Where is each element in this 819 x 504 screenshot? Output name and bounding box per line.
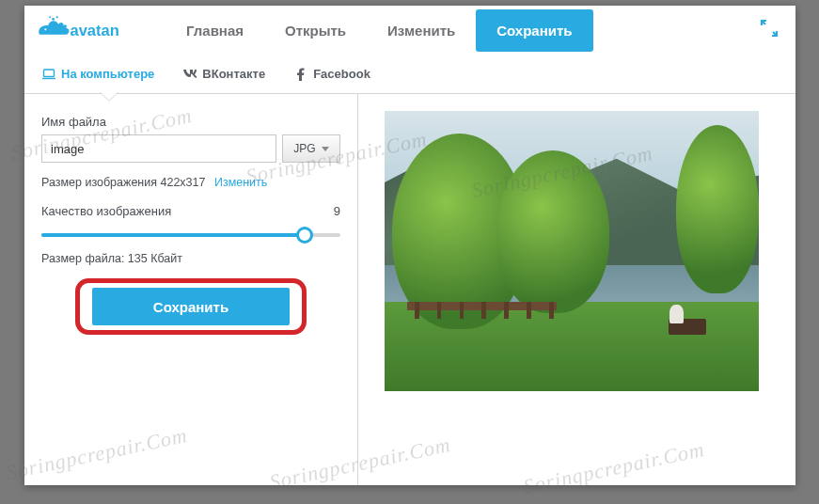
nav-save[interactable]: Сохранить (476, 9, 592, 52)
svg-point-0 (52, 18, 55, 21)
dimensions-value: 422x317 (160, 176, 205, 189)
filesize-row: Размер файла: 135 Кбайт (41, 252, 340, 265)
svg-point-1 (56, 16, 58, 18)
dimensions-row: Размер изображения 422x317 Изменить (41, 176, 340, 189)
tab-facebook[interactable]: Facebook (286, 61, 378, 87)
filename-row: JPG (41, 134, 340, 163)
quality-value: 9 (334, 204, 340, 218)
laptop-icon (41, 68, 56, 81)
filename-label: Имя файла (41, 115, 340, 129)
main-nav: Главная Открыть Изменить Сохранить (165, 9, 760, 52)
nav-home[interactable]: Главная (165, 9, 264, 52)
tab-vk[interactable]: ВКонтакте (175, 61, 273, 87)
fullscreen-icon[interactable] (760, 19, 779, 41)
quality-slider[interactable] (41, 226, 340, 244)
svg-point-3 (44, 28, 46, 30)
tab-vk-label: ВКонтакте (202, 67, 265, 81)
active-tab-pointer (100, 92, 118, 102)
svg-rect-5 (44, 70, 55, 77)
save-destination-tabs: На компьютере ВКонтакте Facebook (24, 55, 795, 94)
save-button[interactable]: Сохранить (92, 288, 290, 325)
format-select[interactable]: JPG (282, 134, 340, 163)
filesize-label: Размер файла: (41, 252, 124, 265)
app-frame: avatan Главная Открыть Изменить Сохранит… (24, 6, 795, 485)
content-area: Имя файла JPG Размер изображения 422x317… (24, 94, 795, 485)
preview-image (385, 111, 759, 391)
whale-logo-icon: avatan (34, 11, 137, 49)
svg-point-2 (49, 16, 51, 18)
nav-open[interactable]: Открыть (264, 9, 367, 52)
save-button-wrap: Сохранить (41, 288, 340, 325)
topbar: avatan Главная Открыть Изменить Сохранит… (24, 6, 795, 55)
nav-edit[interactable]: Изменить (367, 9, 476, 52)
tab-computer[interactable]: На компьютере (34, 61, 162, 87)
vk-icon (182, 68, 197, 81)
chevron-down-icon (322, 147, 329, 151)
save-settings-panel: Имя файла JPG Размер изображения 422x317… (24, 94, 358, 485)
slider-fill (41, 233, 305, 237)
slider-thumb[interactable] (296, 227, 313, 244)
filename-input[interactable] (41, 134, 276, 163)
facebook-icon (293, 68, 308, 81)
preview-area (358, 94, 795, 485)
change-dimensions-link[interactable]: Изменить (214, 176, 267, 189)
filesize-value: 135 Кбайт (128, 252, 182, 265)
quality-row: Качество изображения 9 (41, 204, 340, 218)
brand-logo[interactable]: avatan (34, 11, 137, 49)
quality-label: Качество изображения (41, 204, 171, 218)
dimensions-label: Размер изображения (41, 176, 157, 189)
tab-computer-label: На компьютере (61, 67, 154, 81)
format-value: JPG (293, 142, 315, 155)
svg-text:avatan: avatan (71, 22, 119, 39)
tab-facebook-label: Facebook (313, 67, 370, 81)
